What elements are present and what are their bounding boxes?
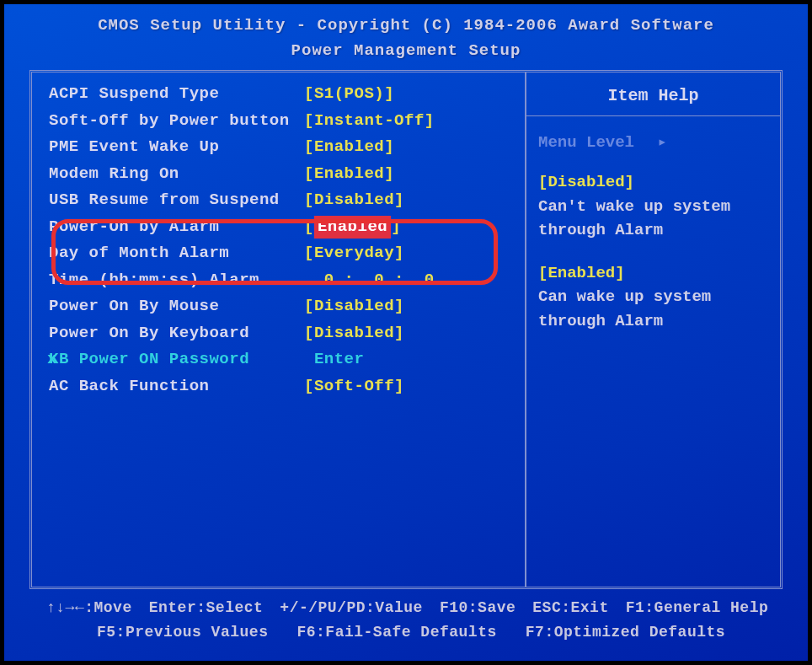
setting-value[interactable]: [Everyday] xyxy=(304,242,404,265)
setting-row[interactable]: USB Resume from Suspend[Disabled] xyxy=(49,187,525,214)
footer-keys: ↑↓→←:MoveEnter:Select+/-/PU/PD:ValueF10:… xyxy=(4,589,808,645)
help-title: Item Help xyxy=(538,86,768,105)
help-menu-level: Menu Level ▸ xyxy=(538,131,768,152)
header-title-2: Power Management Setup xyxy=(4,38,808,63)
chevron-right-icon: ▸ xyxy=(657,131,666,152)
footer-key-hint: +/-/PU/PD:Value xyxy=(280,596,423,620)
setting-value[interactable]: [Instant-Off] xyxy=(304,110,435,133)
setting-row[interactable]: Time (hh:mm:ss) Alarm 0 : 0 : 0 xyxy=(49,267,525,294)
setting-label: PME Event Wake Up xyxy=(49,136,304,159)
footer-key-hint: F1:General Help xyxy=(626,596,769,620)
help-heading: [Enabled] xyxy=(538,261,768,286)
bios-screen: CMOS Setup Utility - Copyright (C) 1984-… xyxy=(4,4,808,661)
setting-value[interactable]: Enter xyxy=(304,348,364,372)
setting-row[interactable]: Soft-Off by Power button[Instant-Off] xyxy=(49,108,525,135)
setting-value[interactable]: [Disabled] xyxy=(304,295,404,319)
setting-label: Modem Ring On xyxy=(49,163,304,186)
setting-row[interactable]: xKB Power ON Password Enter xyxy=(49,346,525,373)
setting-row[interactable]: PME Event Wake Up[Enabled] xyxy=(49,134,525,161)
footer-row-1: ↑↓→←:MoveEnter:Select+/-/PU/PD:ValueF10:… xyxy=(46,596,774,620)
setting-label: Time (hh:mm:ss) Alarm xyxy=(49,269,304,292)
setting-label: Power-On by Alarm xyxy=(49,216,304,239)
setting-label: USB Resume from Suspend xyxy=(49,189,304,212)
setting-value[interactable]: 0 : 0 : 0 xyxy=(304,269,435,292)
setting-label: Soft-Off by Power button xyxy=(49,110,304,133)
setting-row[interactable]: Power On By Keyboard[Disabled] xyxy=(49,320,525,347)
setting-value[interactable]: [Disabled] xyxy=(304,189,404,212)
help-section: [Enabled]Can wake up system through Alar… xyxy=(538,261,768,334)
disabled-x-icon: x xyxy=(47,348,57,372)
footer-key-hint: ↑↓→←:Move xyxy=(46,596,132,620)
footer-key-hint: F6:Fail-Safe Defaults xyxy=(296,620,496,645)
main-content-box: ACPI Suspend Type[S1(POS)]Soft-Off by Po… xyxy=(29,70,783,589)
setting-value[interactable]: [S1(POS)] xyxy=(304,83,394,106)
help-text: Can't wake up system through Alarm xyxy=(538,195,768,243)
footer-row-2: F5:Previous ValuesF6:Fail-Safe DefaultsF… xyxy=(46,620,774,645)
footer-key-hint: Enter:Select xyxy=(149,596,264,620)
setting-row[interactable]: Day of Month Alarm[Everyday] xyxy=(49,240,525,267)
footer-key-hint: F10:Save xyxy=(440,596,516,620)
footer-key-hint: F5:Previous Values xyxy=(97,620,268,645)
setting-label: Day of Month Alarm xyxy=(49,242,304,265)
setting-label: KB Power ON Password xyxy=(49,348,304,372)
setting-row[interactable]: AC Back Function[Soft-Off] xyxy=(49,373,525,400)
setting-label: AC Back Function xyxy=(49,375,304,399)
setting-value[interactable]: [Enabled] xyxy=(304,136,394,159)
help-divider xyxy=(526,115,780,116)
setting-value[interactable]: [Disabled] xyxy=(304,322,404,346)
help-text: Can wake up system through Alarm xyxy=(538,285,768,333)
help-section: [Disabled]Can't wake up system through A… xyxy=(538,170,768,243)
setting-label: Power On By Mouse xyxy=(49,295,304,319)
footer-key-hint: F7:Optimized Defaults xyxy=(526,620,725,645)
footer-key-hint: ESC:Exit xyxy=(532,596,608,620)
setting-label: Power On By Keyboard xyxy=(49,322,304,346)
settings-panel: ACPI Suspend Type[S1(POS)]Soft-Off by Po… xyxy=(32,72,525,587)
setting-value[interactable]: [Enabled] xyxy=(304,163,394,186)
setting-row[interactable]: ACPI Suspend Type[S1(POS)] xyxy=(49,81,525,108)
setting-value[interactable]: Enabled xyxy=(314,216,391,239)
setting-row[interactable]: Power-On by Alarm[Enabled] xyxy=(49,214,525,241)
setting-value[interactable]: [Soft-Off] xyxy=(304,375,404,399)
help-panel: Item Help Menu Level ▸ [Disabled]Can't w… xyxy=(525,72,780,587)
header-title-1: CMOS Setup Utility - Copyright (C) 1984-… xyxy=(4,13,808,38)
setting-label: ACPI Suspend Type xyxy=(49,83,304,106)
help-heading: [Disabled] xyxy=(538,170,768,195)
setting-row[interactable]: Power On By Mouse[Disabled] xyxy=(49,293,525,320)
setting-row[interactable]: Modem Ring On[Enabled] xyxy=(49,161,525,188)
